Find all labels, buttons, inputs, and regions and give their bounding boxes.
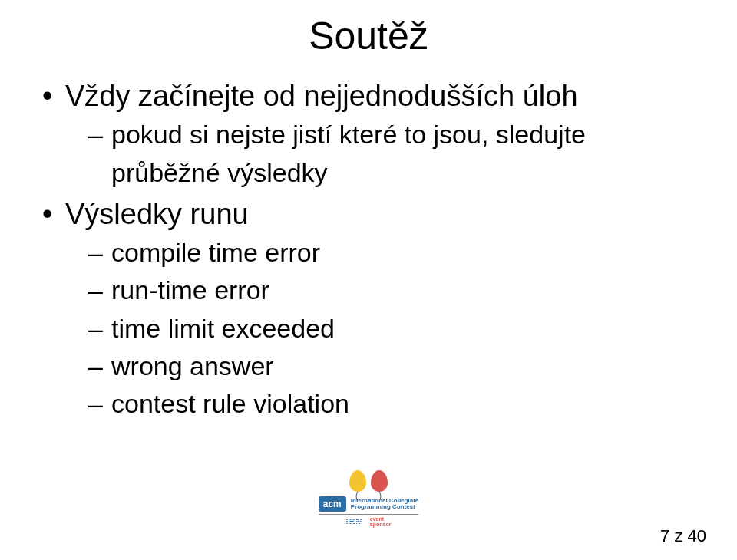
slide-body: Vždy začínejte od nejjednodušších úloh p… [42,77,695,427]
sub-bullet-item: wrong answer [88,348,695,385]
logo-sponsor-row: IBM event sponsor [319,514,419,527]
bullet-text: Výsledky runu [65,198,249,230]
footer-logo-area: acm International Collegiate Programming… [0,470,737,528]
slide-title: Soutěž [0,14,737,58]
logo-balloons [319,470,419,492]
acm-badge: acm [319,496,346,512]
sub-bullet-item: compile time error [88,234,695,272]
sponsor-line2: sponsor [370,522,392,527]
ibm-logo: IBM [346,517,364,526]
sponsor-line1: event [370,516,384,522]
bullet-item: Výsledky runu compile time error run-tim… [42,195,695,423]
balloon-yellow-icon [349,470,366,492]
sub-bullet-item: pokud si nejste jistí které to jsou, sle… [88,116,695,192]
sub-bullet-item: contest rule violation [88,385,695,423]
balloon-string-icon [355,492,361,501]
balloon-red-icon [371,470,388,492]
logo-text-row: acm International Collegiate Programming… [319,496,419,512]
sub-bullet-item: run-time error [88,272,695,309]
bullet-text: Vždy začínejte od nejjednodušších úloh [65,80,578,112]
page-number: 7 z 40 [660,526,706,546]
icpc-line2: Programming Contest [351,503,415,510]
icpc-label: International Collegiate Programming Con… [351,498,418,511]
sponsor-label: event sponsor [370,516,392,527]
bullet-item: Vždy začínejte od nejjednodušších úloh p… [42,77,695,192]
sub-bullet-item: time limit exceeded [88,310,695,348]
balloon-string-icon [376,492,382,501]
acm-icpc-logo: acm International Collegiate Programming… [319,470,419,527]
slide: Soutěž Vždy začínejte od nejjednodušších… [0,0,737,560]
